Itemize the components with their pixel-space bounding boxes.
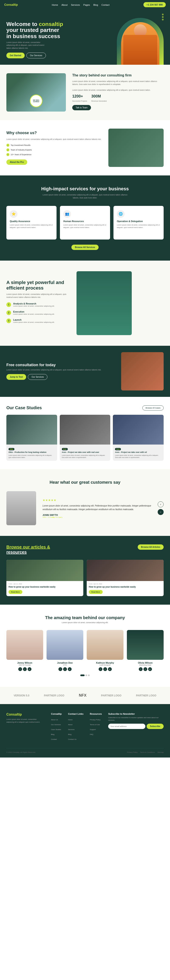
testimonial-prev-button[interactable]: ‹	[158, 501, 164, 508]
why-text: Why choose us? Lorem ipsum dolor sit ame…	[6, 131, 102, 165]
footer-sitemap-link[interactable]: Sitemap	[157, 751, 164, 753]
why-list: ✓Top Investment Results ✓Team of Industr…	[6, 144, 102, 156]
stat-2: 300M Revenue Generated	[91, 94, 107, 102]
story-cta-button[interactable]: Talk to Team	[72, 105, 91, 110]
consult-text: Free consultation for today Lorem ipsum …	[6, 363, 117, 380]
footer-link-cases[interactable]: Case Studies	[51, 729, 61, 730]
footer-privacy-link[interactable]: Privacy Policy	[127, 751, 137, 753]
footer-link-services[interactable]: Our Services	[51, 724, 61, 725]
social-facebook-2[interactable]: f	[58, 667, 62, 671]
newsletter-email-input[interactable]	[108, 724, 145, 729]
article-read-more-2[interactable]: Read More	[89, 590, 102, 594]
footer-link-contact2[interactable]: Contact Us	[68, 738, 77, 740]
carousel-dot-2[interactable]	[85, 675, 87, 676]
check-icon-3: ✓	[6, 153, 9, 156]
footer-link-services2[interactable]: Services	[68, 729, 75, 730]
nav-link-contact[interactable]: Contact	[101, 4, 109, 6]
stat1-value: 1200+	[72, 94, 87, 99]
nav-link-pages[interactable]: Pages	[83, 4, 90, 6]
carousel-dot-3[interactable]	[88, 675, 90, 676]
social-twitter-4[interactable]: t	[143, 667, 147, 671]
hero-decorations	[162, 14, 164, 21]
hero-description: Lorem ipsum dolor sit amet, consectetur …	[6, 41, 49, 50]
team-name-2: Jonathon Doe	[47, 662, 83, 664]
testimonials-section: Hear what our great customers say ★★★★★ …	[0, 469, 170, 536]
team-name-4: Olivia Wilson	[127, 662, 164, 664]
nav-logo: Consaltip	[4, 3, 18, 6]
team-member-4: Olivia Wilson Marketing Head f t in	[127, 630, 164, 671]
team-carousel-nav	[6, 675, 164, 676]
nav-link-home[interactable]: Home	[52, 4, 58, 6]
nav-link-services[interactable]: Services	[71, 4, 80, 6]
step-desc-1: Lorem ipsum dolor sit amet, consectetur …	[13, 305, 55, 307]
hero-get-started-button[interactable]: Get Started	[6, 52, 25, 58]
footer-link-about[interactable]: About Us	[51, 719, 58, 721]
case-image-1	[6, 415, 57, 445]
nav-link-blog[interactable]: Blog	[93, 4, 98, 6]
team-member-1: Jenny Wilson CEO & Founder f t in	[6, 630, 43, 671]
hero-services-button[interactable]: Our Services	[26, 52, 46, 58]
step-title-2: Execution	[13, 310, 55, 313]
footer-link-contact[interactable]: Contact	[51, 738, 57, 740]
nav-links: Home About Services Pages Blog Contact	[52, 3, 109, 6]
testimonial-next-button[interactable]: ›	[158, 509, 164, 515]
step-num-1: 1	[6, 302, 11, 307]
footer-col3-heading: Resources	[90, 713, 102, 715]
deco-dot-1	[162, 14, 164, 15]
partner-logo-2: PARTNER LOGO	[44, 694, 65, 697]
social-linkedin-1[interactable]: in	[28, 667, 31, 671]
cases-heading: Our Case Studies	[6, 406, 42, 410]
consult-btn1[interactable]: Jump to Test	[6, 374, 26, 380]
footer-terms-link[interactable]: Terms & Conditions	[140, 751, 155, 753]
footer-link-about2[interactable]: About	[68, 724, 72, 725]
service-title-1: Quality Assurance	[10, 220, 53, 223]
social-linkedin-2[interactable]: in	[68, 667, 72, 671]
articles-view-all-button[interactable]: Browse All Articles	[138, 544, 164, 550]
social-facebook-1[interactable]: f	[18, 667, 22, 671]
footer-link-terms[interactable]: Terms of Use	[90, 724, 100, 725]
team-avatar-1	[6, 630, 43, 660]
service-card-2: 👥 Human Resources Lorem ipsum dolor sit …	[60, 206, 110, 240]
consult-btn2[interactable]: Our Services	[28, 374, 47, 380]
service-card-1: ⭐ Quality Assurance Lorem ipsum dolor si…	[6, 206, 57, 240]
step-content-3: Launch Lorem ipsum dolor sit amet, conse…	[13, 318, 55, 324]
article-read-more-1[interactable]: Read More	[8, 590, 22, 594]
footer-link-faq[interactable]: FAQ	[90, 733, 93, 735]
services-view-all-button[interactable]: Browse All Services	[71, 245, 98, 250]
stat2-label: Revenue Generated	[91, 100, 107, 102]
testimonial-content: ★★★★★ Lorem ipsum dolor sit amet, consec…	[42, 498, 151, 518]
social-linkedin-3[interactable]: in	[108, 667, 112, 671]
carousel-dot-1[interactable]	[80, 675, 85, 676]
case-title-1: Okto - Production for long lasting relat…	[8, 451, 55, 454]
article-image-2	[87, 560, 164, 581]
footer-link-privacy[interactable]: Privacy Policy	[90, 719, 101, 721]
social-linkedin-4[interactable]: in	[148, 667, 152, 671]
testimonial-stars: ★★★★★	[42, 498, 151, 502]
nav-link-about[interactable]: About	[61, 4, 68, 6]
articles-header: Browse our articles & resources Browse A…	[6, 544, 164, 555]
process-image	[77, 271, 132, 335]
author-title: CEO - Consaltip Company	[42, 516, 151, 518]
social-twitter-1[interactable]: t	[23, 667, 27, 671]
footer-link-support[interactable]: Support	[90, 729, 96, 730]
team-name-3: Kathryn Murphy	[87, 662, 123, 664]
social-twitter-2[interactable]: t	[63, 667, 67, 671]
story-badge: ISO 9001 Certified	[30, 94, 42, 107]
nav-phone-button[interactable]: +1 234 567 890	[143, 2, 166, 7]
social-facebook-4[interactable]: f	[139, 667, 143, 671]
article-meta-1: 5 min · Jan 11, 2022	[8, 583, 81, 585]
footer-link-blog2[interactable]: Blog	[68, 733, 71, 735]
footer-col1-heading: Consaltip	[51, 713, 61, 715]
case-tag-2: Aren	[62, 448, 68, 450]
footer-link-blog[interactable]: Blog	[51, 733, 54, 735]
social-twitter-3[interactable]: t	[103, 667, 107, 671]
article-card-1: 5 min · Jan 11, 2022 How to grow up your…	[6, 560, 83, 596]
footer-link-home[interactable]: Home	[68, 719, 72, 721]
article-cards: 5 min · Jan 11, 2022 How to grow up your…	[6, 560, 164, 596]
team-role-2: CTO	[47, 664, 83, 666]
newsletter-subscribe-button[interactable]: Subscribe	[146, 724, 164, 729]
why-cta-button[interactable]: About the Pro	[6, 159, 27, 165]
social-facebook-3[interactable]: f	[99, 667, 102, 671]
team-cards: Jenny Wilson CEO & Founder f t in Jonath…	[6, 630, 164, 671]
cases-view-all-button[interactable]: Browse All Cases	[142, 406, 164, 410]
